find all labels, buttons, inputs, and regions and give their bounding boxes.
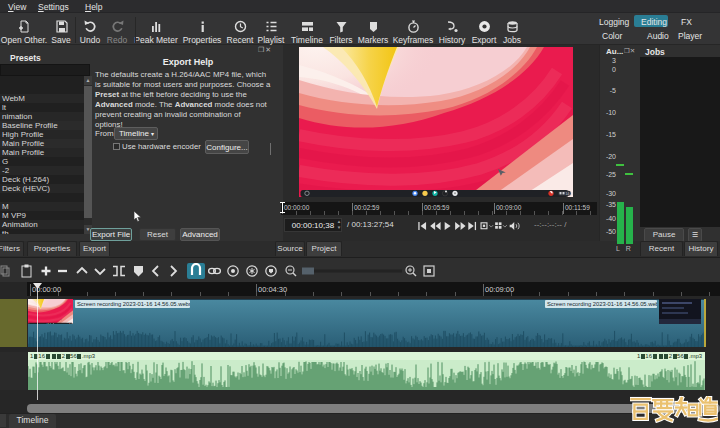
svg-text:14:36: 14:36 xyxy=(566,192,574,196)
